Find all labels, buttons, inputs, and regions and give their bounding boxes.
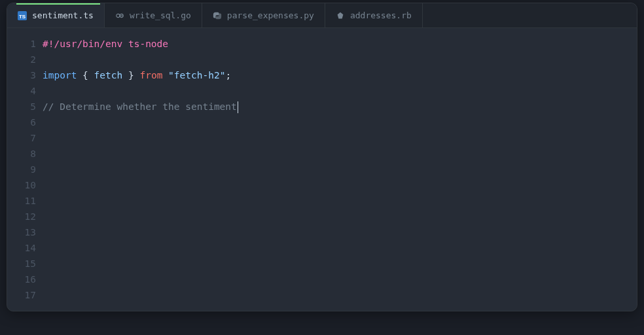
code-line-9 xyxy=(43,162,637,177)
code-line-11 xyxy=(43,193,637,209)
line-number: 2 xyxy=(7,52,36,67)
import-keyword: import xyxy=(43,70,77,80)
brace-close: } xyxy=(122,70,139,80)
line-number-gutter: 1 2 3 4 5 6 7 8 9 10 11 12 13 14 15 16 1… xyxy=(7,36,43,303)
text-cursor xyxy=(238,101,238,113)
line-number: 15 xyxy=(7,256,36,272)
code-line-7 xyxy=(43,130,637,146)
code-line-14 xyxy=(43,240,637,256)
line-number: 14 xyxy=(7,240,36,256)
go-file-icon xyxy=(115,11,124,20)
from-keyword: from xyxy=(139,70,162,80)
tab-label: parse_expenses.py xyxy=(227,10,314,20)
code-line-5: // Determine whether the sentiment xyxy=(43,99,637,115)
line-number: 3 xyxy=(7,67,36,83)
comment: // Determine whether the sentiment xyxy=(43,101,237,112)
code-line-4 xyxy=(43,83,637,99)
tab-label: addresses.rb xyxy=(350,10,412,20)
code-line-10 xyxy=(43,177,637,193)
code-line-3: import { fetch } from "fetch-h2"; xyxy=(43,67,637,83)
line-number: 12 xyxy=(7,209,36,224)
editor-body[interactable]: 1 2 3 4 5 6 7 8 9 10 11 12 13 14 15 16 1… xyxy=(7,28,637,311)
line-number: 13 xyxy=(7,224,36,240)
rb-file-icon xyxy=(336,11,345,20)
line-number: 9 xyxy=(7,162,36,177)
tab-addresses-rb[interactable]: addresses.rb xyxy=(325,3,423,27)
editor-window: TS sentiment.ts write_sql.go parse_expen… xyxy=(7,3,637,311)
tab-bar: TS sentiment.ts write_sql.go parse_expen… xyxy=(7,3,637,28)
code-line-13 xyxy=(43,224,637,240)
line-number: 16 xyxy=(7,272,36,287)
line-number: 7 xyxy=(7,130,36,146)
line-number: 11 xyxy=(7,193,36,209)
space xyxy=(162,70,168,80)
import-string: "fetch-h2" xyxy=(168,70,225,80)
line-number: 6 xyxy=(7,115,36,130)
tab-sentiment-ts[interactable]: TS sentiment.ts xyxy=(7,3,105,27)
line-number: 1 xyxy=(7,36,36,52)
code-line-8 xyxy=(43,146,637,162)
code-line-12 xyxy=(43,209,637,224)
code-line-16 xyxy=(43,272,637,287)
code-line-2 xyxy=(43,52,637,67)
line-number: 10 xyxy=(7,177,36,193)
brace-open: { xyxy=(77,70,94,80)
svg-point-2 xyxy=(116,14,120,17)
line-number: 5 xyxy=(7,99,36,115)
line-number: 4 xyxy=(7,83,36,99)
semicolon: ; xyxy=(225,70,231,80)
tab-parse-expenses-py[interactable]: parse_expenses.py xyxy=(202,3,325,27)
ts-file-icon: TS xyxy=(18,11,27,20)
code-line-17 xyxy=(43,287,637,303)
code-line-15 xyxy=(43,256,637,272)
code-area[interactable]: #!/usr/bin/env ts-node import { fetch } … xyxy=(43,36,637,303)
identifier-fetch: fetch xyxy=(94,70,123,80)
shebang: #!/usr/bin/env ts-node xyxy=(43,39,168,49)
tab-write-sql-go[interactable]: write_sql.go xyxy=(105,3,202,27)
tab-label: write_sql.go xyxy=(130,10,191,20)
code-line-1: #!/usr/bin/env ts-node xyxy=(43,36,637,52)
line-number: 17 xyxy=(7,287,36,303)
code-line-6 xyxy=(43,115,637,130)
svg-text:TS: TS xyxy=(19,13,26,19)
py-file-icon xyxy=(213,11,222,20)
line-number: 8 xyxy=(7,146,36,162)
tab-label: sentiment.ts xyxy=(32,10,94,20)
